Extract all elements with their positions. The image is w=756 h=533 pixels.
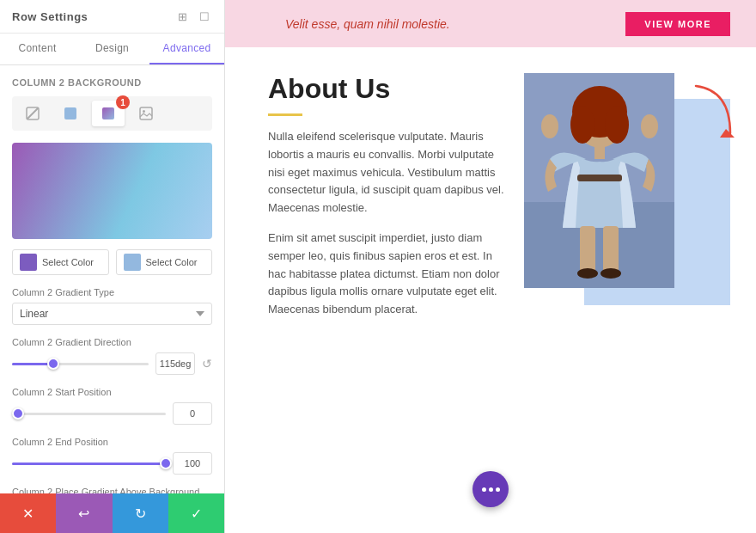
end-position-value[interactable]: 100	[173, 452, 212, 475]
svg-rect-17	[580, 226, 595, 273]
save-button[interactable]: ✓	[168, 493, 224, 533]
end-position-section: Column 2 End Position 100	[12, 437, 212, 475]
start-position-slider[interactable]	[12, 407, 166, 420]
svg-rect-2	[64, 107, 76, 119]
about-para-2: Enim sit amet suscipit imperdiet, justo …	[268, 230, 507, 319]
svg-point-11	[570, 106, 594, 144]
gradient-preview	[12, 143, 212, 239]
bg-type-buttons: 1	[12, 96, 212, 131]
bg-color-btn[interactable]	[54, 101, 87, 126]
end-position-slider[interactable]	[12, 456, 166, 470]
grid-icon[interactable]: ⊞	[174, 9, 190, 24]
svg-rect-4	[140, 107, 152, 119]
layout-icon[interactable]: ☐	[197, 9, 212, 24]
gradient-badge: 1	[116, 95, 130, 109]
column2-bg-label: Column 2 Background	[12, 77, 212, 88]
start-position-row: 0	[12, 402, 212, 425]
preview-panel: Velit esse, quam nihil molestie. VIEW MO…	[225, 0, 756, 533]
svg-rect-18	[603, 226, 619, 273]
svg-rect-3	[102, 107, 114, 119]
banner-text: Velit esse, quam nihil molestie.	[251, 17, 625, 31]
color-label-2: Select Color	[146, 257, 198, 267]
fab-dot-2	[489, 487, 493, 492]
svg-marker-6	[720, 129, 735, 138]
tab-design[interactable]: Design	[75, 34, 149, 64]
color-swatch-1	[20, 254, 37, 271]
gradient-type-select[interactable]: Linear Radial	[12, 303, 212, 325]
tab-bar: Content Design Advanced	[0, 34, 224, 65]
bg-gradient-btn[interactable]: 1	[92, 101, 125, 126]
color-label-1: Select Color	[42, 257, 94, 267]
fab-button[interactable]	[472, 471, 509, 507]
settings-panel: Row Settings ⊞ ☐ Content Design Advanced…	[0, 0, 225, 533]
gradient-direction-slider[interactable]	[12, 357, 149, 371]
gradient-direction-section: Column 2 Gradient Direction 115deg ↺	[12, 337, 212, 375]
svg-point-5	[143, 110, 145, 113]
svg-point-15	[541, 114, 558, 138]
panel-content: Column 2 Background 1	[0, 65, 224, 493]
color-selectors: Select Color Select Color	[12, 249, 212, 275]
place-gradient-label: Column 2 Place Gradient Above Background…	[12, 487, 212, 493]
panel-title: Row Settings	[12, 10, 88, 23]
about-title: About Us	[268, 73, 507, 105]
top-banner: Velit esse, quam nihil molestie. VIEW MO…	[225, 0, 756, 47]
fab-dot-3	[496, 487, 500, 492]
gradient-direction-row: 115deg ↺	[12, 352, 212, 375]
place-gradient-section: Column 2 Place Gradient Above Background…	[12, 487, 212, 493]
about-para-1: Nulla eleifend scelerisque vulputate. Ma…	[268, 128, 507, 217]
cancel-button[interactable]: ✕	[0, 493, 56, 533]
gradient-direction-reset[interactable]: ↺	[202, 357, 212, 371]
redo-button[interactable]: ↻	[113, 493, 168, 533]
panel-header: Row Settings ⊞ ☐	[0, 0, 224, 34]
about-text: About Us Nulla eleifend scelerisque vulp…	[268, 73, 507, 331]
column2-background-section: Column 2 Background 1	[12, 77, 212, 131]
fab-dots	[482, 487, 500, 492]
svg-point-20	[601, 268, 621, 279]
gradient-type-section: Column 2 Gradient Type Linear Radial	[12, 287, 212, 325]
color-selector-1[interactable]: Select Color	[12, 249, 109, 275]
header-icons: ⊞ ☐	[174, 9, 212, 24]
tab-advanced[interactable]: Advanced	[149, 34, 224, 64]
start-position-label: Column 2 Start Position	[12, 387, 212, 397]
end-position-row: 100	[12, 452, 212, 475]
main-content: About Us Nulla eleifend scelerisque vulp…	[225, 47, 756, 533]
svg-rect-13	[577, 175, 622, 181]
start-position-value[interactable]: 0	[173, 402, 212, 425]
svg-point-12	[605, 106, 629, 144]
bg-image-btn[interactable]	[130, 101, 162, 126]
end-position-label: Column 2 End Position	[12, 437, 212, 447]
about-divider	[268, 113, 302, 116]
gradient-direction-label: Column 2 Gradient Direction	[12, 337, 212, 347]
view-more-button[interactable]: VIEW MORE	[625, 12, 730, 36]
arrow-overlay	[687, 82, 739, 145]
fab-dot-1	[482, 487, 486, 492]
gradient-type-label: Column 2 Gradient Type	[12, 287, 212, 297]
gradient-direction-value[interactable]: 115deg	[155, 352, 195, 375]
svg-line-0	[27, 108, 38, 119]
undo-button[interactable]: ↩	[56, 493, 112, 533]
svg-point-19	[577, 268, 598, 279]
bg-none-btn[interactable]	[16, 101, 49, 126]
svg-rect-14	[594, 144, 605, 159]
person-image	[524, 73, 674, 288]
svg-point-16	[641, 114, 658, 138]
tab-content[interactable]: Content	[0, 34, 75, 64]
start-position-section: Column 2 Start Position 0	[12, 387, 212, 425]
panel-toolbar: ✕ ↩ ↻ ✓	[0, 493, 224, 533]
color-swatch-2	[124, 254, 141, 271]
color-selector-2[interactable]: Select Color	[116, 249, 213, 275]
